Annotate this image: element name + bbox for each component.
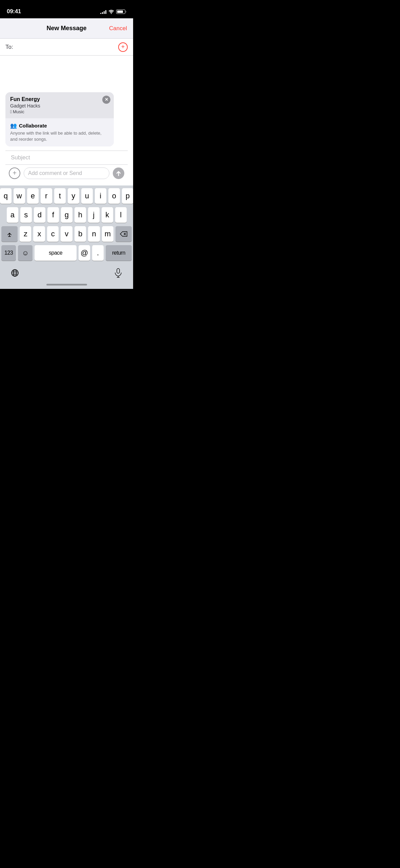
status-icons (100, 9, 126, 14)
rich-card-source-label: Music (13, 109, 24, 114)
collaborate-header: 👥 Collaborate (10, 122, 109, 129)
shift-icon (6, 231, 13, 237)
rich-card-header: Fun Energy Gadget Hacks  Music ✕ (5, 92, 114, 118)
to-input[interactable] (16, 44, 118, 51)
key-n[interactable]: n (88, 226, 100, 242)
status-bar: 09:41 (0, 0, 133, 18)
key-e[interactable]: e (27, 188, 39, 204)
key-o[interactable]: o (108, 188, 120, 204)
svg-point-0 (111, 13, 112, 14)
rich-card-body: 👥 Collaborate Anyone with the link will … (5, 118, 114, 146)
space-key[interactable]: space (35, 245, 76, 261)
key-u[interactable]: u (81, 188, 93, 204)
home-bar (46, 284, 87, 285)
send-button[interactable] (113, 167, 124, 179)
collaborate-icon: 👥 (10, 122, 17, 129)
to-label: To: (5, 44, 13, 51)
backspace-icon (120, 231, 127, 237)
status-time: 09:41 (7, 8, 21, 15)
microphone-icon (114, 268, 122, 278)
key-l[interactable]: l (115, 207, 127, 223)
key-x[interactable]: x (33, 226, 45, 242)
add-recipient-button[interactable]: + (118, 42, 128, 52)
collaborate-description: Anyone with the link will be able to add… (10, 130, 109, 142)
rich-card-source:  Music (10, 109, 109, 114)
key-j[interactable]: j (88, 207, 100, 223)
comment-placeholder: Add comment or Send (28, 170, 82, 176)
key-at[interactable]: @ (79, 245, 90, 261)
key-s[interactable]: s (20, 207, 32, 223)
collaborate-title: Collaborate (19, 123, 47, 129)
rich-card-subtitle: Gadget Hacks (10, 103, 109, 108)
key-t[interactable]: t (54, 188, 66, 204)
emoji-key[interactable]: ☺ (18, 245, 33, 261)
subject-placeholder: Subject (11, 154, 30, 161)
key-v[interactable]: v (61, 226, 72, 242)
nav-title: New Message (46, 25, 86, 32)
key-w[interactable]: w (14, 188, 25, 204)
key-f[interactable]: f (47, 207, 59, 223)
signal-icon (100, 9, 106, 14)
key-h[interactable]: h (75, 207, 86, 223)
keyboard-row-1: q w e r t y u i o p (1, 188, 132, 204)
battery-icon (116, 9, 126, 14)
keyboard-row-3: z x c v b n m (1, 226, 132, 242)
key-q[interactable]: q (0, 188, 12, 204)
key-m[interactable]: m (102, 226, 113, 242)
return-key[interactable]: return (106, 245, 132, 261)
globe-icon (10, 269, 19, 277)
home-indicator (1, 281, 132, 288)
apple-music-icon:  (10, 109, 12, 114)
key-p[interactable]: p (122, 188, 133, 204)
phone-frame: 09:41 New (0, 0, 133, 289)
key-k[interactable]: k (102, 207, 113, 223)
keyboard: q w e r t y u i o p a s d f g h j k l (0, 185, 133, 289)
svg-rect-8 (117, 269, 120, 273)
wifi-icon (108, 9, 114, 14)
key-i[interactable]: i (95, 188, 106, 204)
add-attachment-button[interactable]: + (9, 167, 20, 179)
keyboard-row-4: 123 ☺ space @ . return (1, 245, 132, 261)
close-card-button[interactable]: ✕ (102, 96, 110, 104)
key-g[interactable]: g (61, 207, 72, 223)
key-d[interactable]: d (34, 207, 45, 223)
key-y[interactable]: y (68, 188, 79, 204)
keyboard-row-2: a s d f g h j k l (1, 207, 132, 223)
keyboard-bottom (1, 264, 132, 281)
nav-header: New Message Cancel (0, 18, 133, 39)
rich-card: Fun Energy Gadget Hacks  Music ✕ 👥 Coll… (5, 92, 114, 146)
rich-card-title: Fun Energy (10, 96, 109, 102)
cancel-button[interactable]: Cancel (109, 25, 127, 32)
to-field: To: + (0, 39, 133, 56)
globe-button[interactable] (8, 266, 22, 280)
subject-field[interactable]: Subject (5, 151, 128, 164)
comment-input[interactable]: Add comment or Send (24, 167, 109, 179)
microphone-button[interactable] (111, 266, 125, 280)
message-body: Fun Energy Gadget Hacks  Music ✕ 👥 Coll… (0, 56, 133, 185)
shift-key[interactable] (1, 226, 18, 242)
key-b[interactable]: b (75, 226, 86, 242)
comment-bar: + Add comment or Send (5, 164, 128, 181)
key-z[interactable]: z (20, 226, 31, 242)
key-123[interactable]: 123 (1, 245, 16, 261)
key-c[interactable]: c (47, 226, 59, 242)
key-r[interactable]: r (41, 188, 52, 204)
backspace-key[interactable] (115, 226, 132, 242)
send-icon (115, 170, 122, 176)
key-dot[interactable]: . (92, 245, 104, 261)
key-a[interactable]: a (7, 207, 18, 223)
